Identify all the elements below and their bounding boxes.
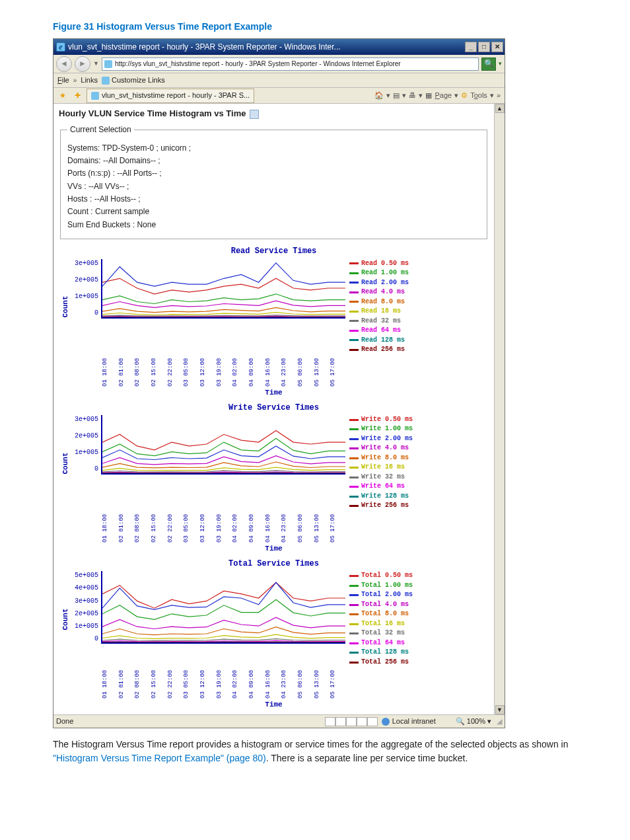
address-text: http://sys vlun_svt_histvstime report - … (115, 59, 401, 69)
selection-systems: Systems: TPD-System-0 ; unicorn ; (67, 143, 480, 154)
dropdown-icon[interactable]: ▾ (454, 91, 458, 101)
page-menu-icon[interactable]: ▦ (425, 91, 432, 101)
add-favorites-icon[interactable]: ✚ (72, 91, 83, 101)
dropdown-icon[interactable]: ▾ (386, 91, 390, 101)
page-menu[interactable]: Page (435, 91, 452, 101)
intranet-label: Local intranet (392, 716, 436, 727)
chart-plot (101, 571, 345, 644)
scroll-down-icon[interactable]: ▼ (495, 705, 505, 714)
maximize-button[interactable]: □ (478, 42, 490, 52)
vertical-scrollbar[interactable]: ▲ ▼ (494, 104, 505, 714)
browser-window: e vlun_svt_histvstime report - hourly - … (53, 38, 505, 728)
print-icon[interactable]: 🖶 (409, 91, 416, 101)
go-button[interactable]: 🔍 (481, 57, 496, 71)
chart-ylabel: Count (59, 259, 72, 355)
chevron-icon[interactable]: » (73, 76, 77, 86)
links-label: Links (81, 75, 98, 86)
tab-title: vlun_svt_histvstime report - hourly - 3P… (102, 91, 250, 101)
chevron-icon[interactable]: » (497, 91, 501, 101)
body-text-a: The Histogram Versus Time report provide… (53, 739, 568, 749)
browser-tab[interactable]: vlun_svt_histvstime report - hourly - 3P… (87, 89, 254, 103)
dropdown-icon[interactable]: ▼ (93, 59, 99, 68)
search-icon: 🔍 (484, 58, 494, 69)
address-input[interactable]: http://sys vlun_svt_histvstime report - … (102, 57, 479, 71)
chart-plot (101, 259, 345, 319)
ie-icon (102, 77, 110, 85)
status-done: Done (56, 716, 325, 727)
customize-links-label: Customize Links (112, 75, 165, 86)
titlebar: e vlun_svt_histvstime report - hourly - … (53, 39, 505, 55)
page-icon (104, 60, 112, 68)
body-paragraph: The Histogram Versus Time report provide… (53, 738, 577, 765)
resize-grip-icon[interactable]: ◢ (497, 716, 502, 727)
chart-ylabel: Count (59, 571, 72, 667)
selection-count: Count : Current sample (67, 206, 480, 217)
address-row: ◄ ► ▼ http://sys vlun_svt_histvstime rep… (53, 55, 505, 73)
window-title: vlun_svt_histvstime report - hourly - 3P… (68, 42, 465, 53)
chart-read-title: Read Service Times (59, 246, 489, 257)
figure-caption: Figure 31 Histogram Versus Time Report E… (53, 20, 577, 33)
chart-yticks: 5e+0054e+0053e+0052e+0051e+0050 (72, 571, 101, 644)
selection-sum-end: Sum End Buckets : None (67, 219, 480, 231)
chart-total: Total Service Times Count 5e+0054e+0053e… (59, 558, 489, 710)
status-bar: Done Local intranet 🔍 100% ▾ ◢ (53, 714, 505, 728)
current-selection-legend: Current Selection (67, 124, 134, 135)
chart-legend: Write 0.50 msWrite 1.00 msWrite 2.00 msW… (345, 415, 431, 511)
back-button[interactable]: ◄ (56, 56, 72, 72)
chart-xticks: 01 18:0002 01:0002 08:0002 15:0002 22:00… (101, 667, 345, 699)
scroll-up-icon[interactable]: ▲ (495, 104, 505, 113)
tabs-toolbar: ★ ✚ vlun_svt_histvstime report - hourly … (53, 88, 505, 104)
chart-xlabel: Time (59, 544, 489, 554)
chart-plot (101, 415, 345, 475)
selection-hosts: Hosts : --All Hosts-- ; (67, 194, 480, 205)
chart-xlabel: Time (59, 700, 489, 710)
minimize-button[interactable]: _ (465, 42, 477, 52)
tools-menu[interactable]: Tools (470, 91, 487, 101)
selection-vvs: VVs : --All VVs-- ; (67, 181, 480, 192)
chart-write: Write Service Times Count 3e+0052e+0051e… (59, 402, 489, 554)
chart-legend: Read 0.50 msRead 1.00 msRead 2.00 msRead… (345, 259, 431, 355)
customize-links-button[interactable]: Customize Links (102, 75, 165, 86)
intranet-icon (382, 718, 390, 726)
tools-icon[interactable]: ⚙ (461, 91, 468, 101)
close-button[interactable]: ✕ (491, 42, 503, 52)
selection-ports: Ports (n:s:p) : --All Ports-- ; (67, 168, 480, 179)
current-selection-group: Current Selection Systems: TPD-System-0 … (60, 124, 487, 239)
report-title-row: Hourly VLUN Service Time Histogram vs Ti… (59, 108, 489, 120)
ie-icon: e (56, 42, 65, 52)
report-title: Hourly VLUN Service Time Histogram vs Ti… (59, 108, 246, 120)
go-dropdown-icon[interactable]: ▾ (499, 59, 502, 68)
chart-xlabel: Time (59, 388, 489, 399)
chart-yticks: 3e+0052e+0051e+0050 (72, 415, 101, 475)
selection-domains: Domains: --All Domains-- ; (67, 155, 480, 167)
ie-icon (91, 92, 99, 100)
chart-legend: Total 0.50 msTotal 1.00 msTotal 2.00 msT… (345, 571, 431, 667)
zoom-level[interactable]: 🔍 100% ▾ (456, 716, 491, 727)
chart-yticks: 3e+0052e+0051e+0050 (72, 259, 101, 319)
chart-read: Read Service Times Count 3e+0052e+0051e+… (59, 246, 489, 398)
chart-xticks: 01 18:0002 01:0002 08:0002 15:0002 22:00… (101, 355, 345, 387)
dropdown-icon[interactable]: ▾ (419, 91, 423, 101)
chart-xticks: 01 18:0002 01:0002 08:0002 15:0002 22:00… (101, 511, 345, 543)
document-icon[interactable] (250, 110, 259, 119)
forward-button[interactable]: ► (75, 56, 90, 72)
chart-write-title: Write Service Times (59, 402, 489, 414)
dropdown-icon[interactable]: ▾ (402, 91, 406, 101)
status-segments (325, 717, 378, 726)
page-content: Hourly VLUN Service Time Histogram vs Ti… (53, 104, 494, 714)
home-icon[interactable]: 🏠 (374, 91, 384, 101)
file-menu[interactable]: File (57, 75, 69, 86)
chart-total-title: Total Service Times (59, 558, 489, 570)
dropdown-icon[interactable]: ▾ (490, 91, 494, 101)
feed-icon[interactable]: ▤ (393, 91, 400, 101)
zone-indicator[interactable]: Local intranet (382, 716, 436, 727)
favorites-icon[interactable]: ★ (57, 91, 68, 101)
figure-ref-link[interactable]: "Histogram Versus Time Report Example" (… (53, 753, 266, 763)
body-text-b: . There is a separate line per service t… (266, 753, 468, 763)
links-toolbar: File » Links Customize Links (53, 73, 505, 88)
chart-ylabel: Count (59, 415, 72, 511)
